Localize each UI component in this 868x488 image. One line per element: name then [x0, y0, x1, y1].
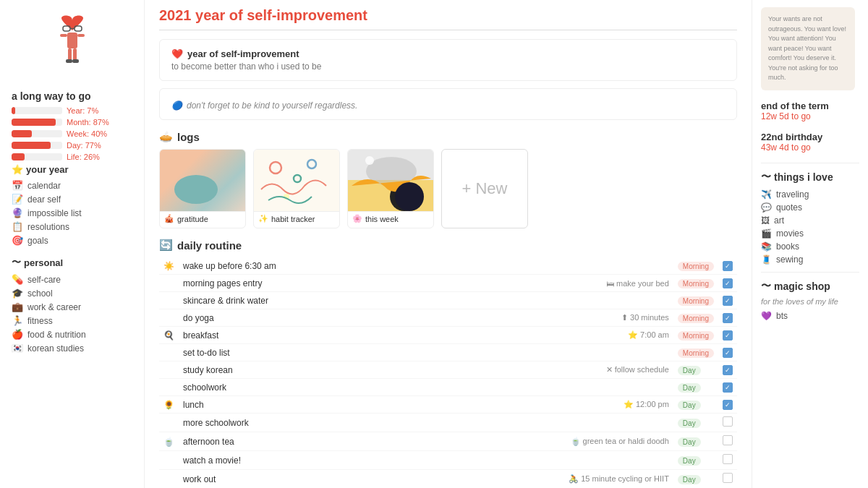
new-log-button[interactable]: + New	[441, 149, 528, 228]
task-tag-cell: Day	[673, 470, 718, 489]
progress-item: Year: 7%	[12, 106, 132, 115]
things-icon: 💬	[761, 202, 772, 213]
task-tag-cell: Morning	[673, 257, 718, 275]
task-checkbox-cell[interactable]: ✓	[718, 344, 737, 361]
gratitude-icon: 🎪	[164, 214, 174, 223]
task-checkbox[interactable]	[723, 454, 733, 464]
things-i-love-list: ✈️traveling💬quotes🖼art🎬movies📚books🧵sewi…	[761, 188, 859, 266]
task-checkbox-cell[interactable]: ✓	[718, 275, 737, 292]
star-icon: ⭐	[12, 164, 23, 175]
things-item-quotes[interactable]: 💬quotes	[761, 201, 859, 214]
task-icon-cell	[159, 361, 179, 379]
sidebar-item-calendar[interactable]: 📅calendar	[12, 179, 132, 192]
task-checkbox-cell[interactable]	[718, 470, 737, 489]
magic-item-bts[interactable]: 💜bts	[761, 309, 859, 322]
sidebar-item-impossible-list[interactable]: 🔮impossible list	[12, 206, 132, 220]
task-checkbox-cell[interactable]: ✓	[718, 257, 737, 275]
things-item-art[interactable]: 🖼art	[761, 214, 859, 227]
nav-label: resolutions	[27, 222, 69, 232]
task-detail	[417, 292, 673, 309]
task-tag: Day	[678, 401, 701, 410]
goal-title: ❤️ year of self-improvement	[171, 48, 725, 59]
log-this-week[interactable]: 🌸 this week	[347, 149, 434, 228]
task-checkbox[interactable]: ✓	[723, 261, 733, 271]
sidebar-item-food-&-nutrition[interactable]: 🍎food & nutrition	[12, 328, 132, 341]
task-checkbox[interactable]: ✓	[723, 382, 733, 393]
sidebar-item-dear-self[interactable]: 📝dear self	[12, 192, 132, 206]
page-title: 2021 year of self-improvement	[159, 7, 737, 24]
sidebar-item-school[interactable]: 🎓school	[12, 286, 132, 300]
task-name: work out	[179, 470, 417, 489]
task-name: set to-do list	[179, 344, 417, 361]
task-checkbox-cell[interactable]: ✓	[718, 292, 737, 309]
table-row: skincare & drink water Morning ✓	[159, 292, 737, 309]
log-habit-tracker[interactable]: ✨ habit tracker	[253, 149, 340, 228]
task-detail	[417, 344, 673, 361]
task-checkbox[interactable]: ✓	[723, 348, 733, 358]
svg-rect-4	[60, 34, 67, 37]
log-gratitude[interactable]: 🎪 gratitude	[159, 149, 246, 228]
things-item-traveling[interactable]: ✈️traveling	[761, 188, 859, 201]
svg-rect-9	[72, 59, 79, 63]
task-icon-cell	[159, 451, 179, 470]
task-checkbox[interactable]: ✓	[723, 278, 733, 288]
things-item-sewing[interactable]: 🧵sewing	[761, 253, 859, 266]
things-label: traveling	[776, 189, 809, 200]
task-checkbox[interactable]: ✓	[723, 400, 733, 410]
task-checkbox-cell[interactable]: ✓	[718, 396, 737, 414]
svg-point-11	[294, 175, 301, 182]
task-checkbox[interactable]: ✓	[723, 296, 733, 306]
progress-item: Life: 26%	[12, 153, 132, 161]
table-row: do yoga ⬆ 30 minutes Morning ✓	[159, 309, 737, 327]
sidebar-item-korean-studies[interactable]: 🇰🇷korean studies	[12, 341, 132, 355]
sidebar-item-self-care[interactable]: 💊self-care	[12, 273, 132, 286]
task-checkbox-cell[interactable]	[718, 432, 737, 451]
task-checkbox[interactable]: ✓	[723, 330, 733, 341]
things-item-books[interactable]: 📚books	[761, 240, 859, 253]
task-checkbox-cell[interactable]	[718, 414, 737, 432]
task-icon-cell	[159, 344, 179, 361]
things-item-movies[interactable]: 🎬movies	[761, 227, 859, 240]
task-checkbox[interactable]: ✓	[723, 365, 733, 375]
task-tag: Morning	[678, 262, 714, 271]
task-checkbox[interactable]	[723, 435, 733, 445]
svg-point-12	[307, 160, 316, 168]
task-name: lunch	[179, 396, 417, 414]
things-icon: 🧵	[761, 254, 772, 265]
table-row: set to-do list Morning ✓	[159, 344, 737, 361]
routine-icon: 🔄	[159, 239, 173, 252]
ms-wave-icon: 〜	[761, 280, 771, 293]
sidebar-item-resolutions[interactable]: 📋resolutions	[12, 220, 132, 234]
progress-bars: Year: 7% Month: 87% Week: 40% Day: 77% L…	[12, 106, 132, 161]
sidebar-item-fitness[interactable]: 🏃fitness	[12, 314, 132, 328]
task-tag: Day	[678, 475, 701, 484]
task-name: more schoolwork	[179, 414, 417, 432]
task-checkbox-cell[interactable]	[718, 451, 737, 470]
task-checkbox[interactable]: ✓	[723, 313, 733, 323]
event-end-of-term: end of the term 12w 5d to go	[761, 100, 859, 121]
progress-bar-fill	[12, 119, 56, 126]
task-name: study korean	[179, 361, 417, 379]
magic-shop-title: 〜 magic shop	[761, 280, 859, 293]
task-checkbox[interactable]	[723, 473, 733, 483]
progress-bar-bg	[12, 153, 62, 160]
task-checkbox-cell[interactable]: ✓	[718, 327, 737, 344]
task-checkbox-cell[interactable]: ✓	[718, 361, 737, 379]
task-checkbox-cell[interactable]: ✓	[718, 309, 737, 327]
nav-label: dear self	[27, 194, 61, 205]
table-row: work out 🚴 15 minute cycling or HIIT Day	[159, 470, 737, 489]
task-checkbox-cell[interactable]: ✓	[718, 379, 737, 396]
task-tag: Day	[678, 419, 701, 428]
goal-card: ❤️ year of self-improvement to become be…	[159, 39, 737, 81]
task-detail: 🛏 make your bed	[417, 275, 673, 292]
task-detail: 🍵 green tea or haldi doodh	[417, 432, 673, 451]
magic-shop-subtitle: for the loves of my life	[761, 297, 859, 306]
wave-icon: 〜	[12, 256, 21, 269]
your-year-title: ⭐ your year	[12, 164, 132, 175]
tl-wave-icon: 〜	[761, 171, 771, 184]
nav-icon: 🔮	[12, 207, 23, 218]
things-icon: 🎬	[761, 228, 772, 239]
sidebar-item-goals[interactable]: 🎯goals	[12, 234, 132, 247]
task-checkbox[interactable]	[723, 416, 733, 427]
sidebar-item-work-&-career[interactable]: 💼work & career	[12, 300, 132, 314]
